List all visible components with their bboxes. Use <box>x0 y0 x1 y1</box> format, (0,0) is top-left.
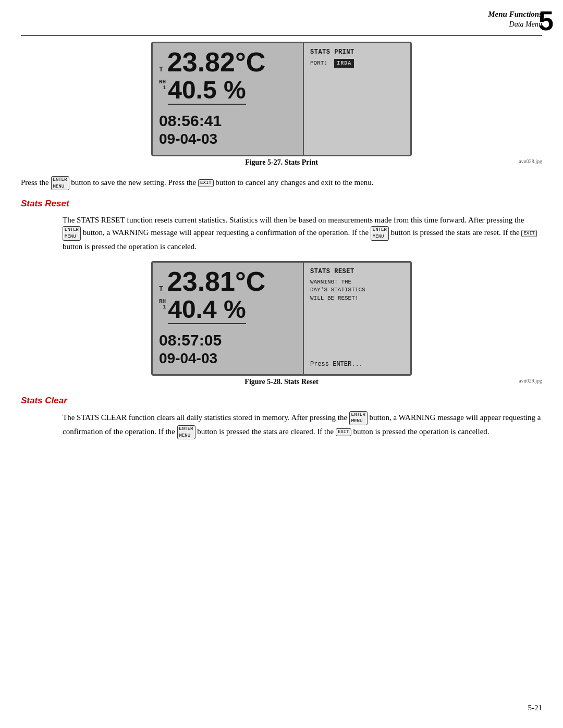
enter-menu-button-icon3: ENTERMENU <box>371 226 389 240</box>
header-rule <box>21 35 542 36</box>
screen2-right-panel: STATS RESET WARNING: THE DAY'S STATISTIC… <box>304 263 410 374</box>
panel-title: STATS PRINT <box>310 48 404 56</box>
exit-button-icon: EXIT <box>198 179 214 187</box>
figure28-filename: avu029.jpg <box>519 378 542 384</box>
figure-28-container: T 23.81°C RH 1 40.4 % 08:57:05 09-04-03 … <box>21 261 542 386</box>
enter-menu-button-icon2: ENTERMENU <box>63 226 81 240</box>
exit-button-icon3: EXIT <box>336 428 351 436</box>
device-screen-stats-print: T 23.82°C RH 1 40.5 % 08:56:41 09-04-03 … <box>151 42 412 156</box>
temp-row2: T 23.81°C <box>159 268 297 295</box>
main-content: T 23.82°C RH 1 40.5 % 08:56:41 09-04-03 … <box>21 42 542 448</box>
screen-right-panel: STATS PRINT PORT: IRDA <box>304 43 410 155</box>
rh-label2: RH <box>159 298 166 304</box>
enter-menu-button-icon: ENTERMENU <box>51 176 69 190</box>
screen2-left-panel: T 23.81°C RH 1 40.4 % 08:57:05 09-04-03 <box>153 263 304 374</box>
screen-left-panel: T 23.82°C RH 1 40.5 % 08:56:41 09-04-03 <box>153 43 304 155</box>
stats-clear-body: The STATS CLEAR function clears all dail… <box>63 411 542 439</box>
header-menu-functions: Menu Functions <box>488 9 542 20</box>
press-enter-screen: Press ENTER... <box>310 361 363 368</box>
panel-title2: STATS RESET <box>310 268 404 275</box>
temp-value: 23.82°C <box>167 48 265 76</box>
rh-value: 40.5 % <box>168 78 246 105</box>
temp-row: T 23.82°C <box>159 48 297 76</box>
header-data-menu: Data Menu <box>488 20 542 29</box>
stats-clear-heading: Stats Clear <box>21 396 542 406</box>
figure27-caption: Figure 5-27. Stats Print <box>21 158 542 167</box>
rh-label: RH <box>159 79 166 85</box>
rh-sublabel2: 1 <box>163 304 166 310</box>
temp-label: T <box>159 66 163 73</box>
warning-text: WARNING: THE DAY'S STATISTICS WILL BE RE… <box>310 278 404 302</box>
stats-reset-body: The STATS RESET function resets current … <box>63 214 542 253</box>
panel-port-line: PORT: IRDA <box>310 59 404 68</box>
figure28-caption: Figure 5-28. Stats Reset <box>21 378 542 386</box>
press-enter-text: Press the ENTERMENU button to save the n… <box>21 176 542 190</box>
figure-27-container: T 23.82°C RH 1 40.5 % 08:56:41 09-04-03 … <box>21 42 542 167</box>
exit-button-icon2: EXIT <box>521 230 537 238</box>
device-screen-stats-reset: T 23.81°C RH 1 40.4 % 08:57:05 09-04-03 … <box>151 261 412 376</box>
date-value: 09-04-03 <box>159 131 297 147</box>
rh-value2: 40.4 % <box>168 297 246 324</box>
page-header: Menu Functions Data Menu <box>488 9 542 29</box>
page-number: 5-21 <box>528 704 543 712</box>
stats-reset-heading: Stats Reset <box>21 199 542 209</box>
temp-label2: T <box>159 285 163 293</box>
enter-menu-button-icon5: ENTERMENU <box>177 425 195 439</box>
rh-sublabel: 1 <box>163 85 166 91</box>
date-value2: 09-04-03 <box>159 350 297 367</box>
irda-indicator: IRDA <box>334 59 354 68</box>
enter-menu-button-icon4: ENTERMENU <box>349 411 368 425</box>
temp-value2: 23.81°C <box>167 268 265 295</box>
time-value: 08:56:41 <box>159 112 297 130</box>
time-value2: 08:57:05 <box>159 331 297 349</box>
figure27-filename: avu028.jpg <box>519 158 542 164</box>
